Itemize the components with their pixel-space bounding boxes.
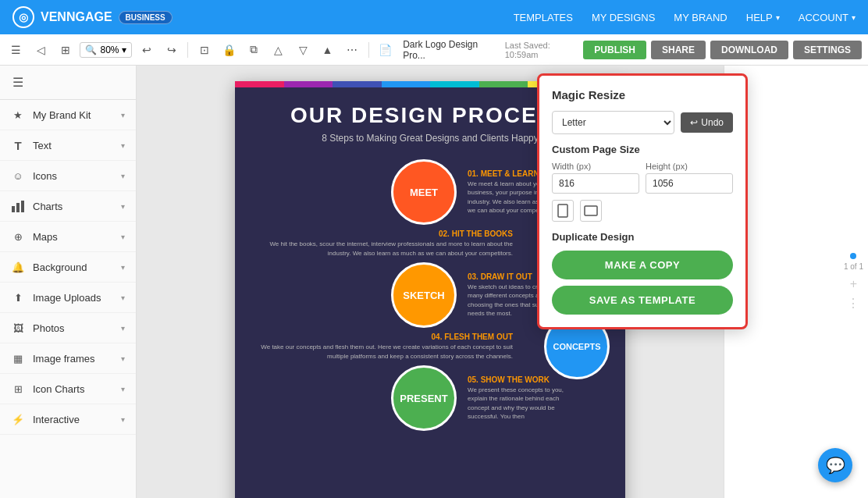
toolbar-actions: PUBLISH SHARE DOWNLOAD SETTINGS xyxy=(583,41,862,59)
sidebar-item-charts[interactable]: Charts ▾ xyxy=(0,191,136,222)
sidebar-item-image-uploads[interactable]: ⬆ Image Uploads ▾ xyxy=(0,283,136,313)
sidebar-item-icons[interactable]: ☺ Icons ▾ xyxy=(0,161,136,191)
chevron-down-icon: ▾ xyxy=(121,172,125,180)
svg-rect-3 xyxy=(558,205,567,217)
height-input[interactable] xyxy=(646,173,733,194)
charts-icon xyxy=(11,199,25,213)
top-navigation: ◎ VENNGAGE BUSINESS TEMPLATES MY DESIGNS… xyxy=(0,0,868,34)
nav-templates[interactable]: TEMPLATES xyxy=(514,12,573,23)
duplicate-title: Duplicate Design xyxy=(552,231,733,243)
svg-rect-4 xyxy=(585,206,597,215)
height-label: Height (px) xyxy=(646,162,733,171)
divider xyxy=(187,42,188,58)
sidebar-item-label: Photos xyxy=(33,322,113,334)
sidebar-item-maps[interactable]: ⊕ Maps ▾ xyxy=(0,222,136,252)
sidebar-item-label: Image Uploads xyxy=(33,292,113,304)
page-size-select[interactable]: Letter xyxy=(552,111,674,134)
main-layout: ☰ ★ My Brand Kit ▾ T Text ▾ ☺ Icons ▾ Ch… xyxy=(0,66,868,498)
step-meet-circle: MEET xyxy=(391,159,457,225)
sidebar-item-photos[interactable]: 🖼 Photos ▾ xyxy=(0,313,136,343)
hamburger-icon: ☰ xyxy=(12,75,23,90)
magic-resize-title: Magic Resize xyxy=(552,88,733,101)
sidebar: ☰ ★ My Brand Kit ▾ T Text ▾ ☺ Icons ▾ Ch… xyxy=(0,66,137,498)
nav-my-designs[interactable]: MY DESIGNS xyxy=(592,12,655,23)
back-icon[interactable]: ◁ xyxy=(30,39,50,61)
custom-size-title: Custom Page Size xyxy=(552,144,733,155)
settings-button[interactable]: SETTINGS xyxy=(793,41,862,59)
save-template-button[interactable]: SAVE AS TEMPLATE xyxy=(552,286,733,315)
chevron-down-icon: ▾ xyxy=(121,324,125,333)
step-present-text: 05. SHOW THE WORK We present these conce… xyxy=(468,375,569,421)
lock-icon[interactable]: 🔒 xyxy=(219,39,239,61)
sidebar-item-brand-kit[interactable]: ★ My Brand Kit ▾ xyxy=(0,100,136,130)
filename: Dark Logo Design Pro... xyxy=(403,39,494,61)
icon-charts-icon: ⊞ xyxy=(11,382,25,396)
sidebar-item-label: Icon Charts xyxy=(33,383,113,395)
svg-rect-1 xyxy=(16,203,20,212)
add-page-icon[interactable]: + xyxy=(850,277,857,291)
step-present: PRESENT 05. SHOW THE WORK We present the… xyxy=(251,365,610,431)
page-dot-1[interactable] xyxy=(850,253,856,259)
sidebar-item-text[interactable]: T Text ▾ xyxy=(0,130,136,161)
make-copy-button[interactable]: MAKE A COPY xyxy=(552,251,733,279)
account-chevron-icon: ▾ xyxy=(852,13,856,22)
publish-button[interactable]: PUBLISH xyxy=(583,41,646,59)
chevron-down-icon: ▾ xyxy=(121,293,125,302)
more-icon[interactable]: ⋯ xyxy=(342,39,361,61)
width-input[interactable] xyxy=(552,173,639,194)
duplicate-section: Duplicate Design MAKE A COPY SAVE AS TEM… xyxy=(552,231,733,315)
height-group: Height (px) xyxy=(646,162,733,194)
icons-icon: ☺ xyxy=(11,169,25,183)
menu-icon[interactable]: ☰ xyxy=(6,39,26,61)
zoom-select[interactable]: 🔍 80% ▾ xyxy=(80,42,132,58)
sidebar-item-interactive[interactable]: ⚡ Interactive ▾ xyxy=(0,404,136,435)
file-icon[interactable]: 📄 xyxy=(375,39,395,61)
landscape-icon[interactable] xyxy=(580,200,602,222)
step-research-desc: We hit the books, scour the internet, in… xyxy=(251,240,513,257)
grid-icon[interactable]: ⊞ xyxy=(55,39,75,61)
sidebar-item-icon-charts[interactable]: ⊞ Icon Charts ▾ xyxy=(0,374,136,404)
logo-icon: ◎ xyxy=(12,6,34,28)
chevron-down-icon: ▾ xyxy=(121,233,125,241)
download-button[interactable]: DOWNLOAD xyxy=(710,41,788,59)
sidebar-item-label: Interactive xyxy=(33,414,113,425)
logo[interactable]: ◎ VENNGAGE BUSINESS xyxy=(12,6,173,28)
share-button[interactable]: SHARE xyxy=(651,41,706,59)
redo-icon[interactable]: ↪ xyxy=(162,39,181,61)
step-concepts-title: 04. FLESH THEM OUT xyxy=(251,333,513,341)
zoom-chevron-icon: ▾ xyxy=(122,44,126,55)
zoom-icon: 🔍 xyxy=(85,44,97,55)
chat-button[interactable]: 💬 xyxy=(818,448,852,482)
step-concepts-text: 04. FLESH THEM OUT We take our concepts … xyxy=(251,333,513,360)
step-concepts-desc: We take our concepts and flesh them out.… xyxy=(251,343,513,360)
chevron-down-icon: ▾ xyxy=(121,111,125,119)
more-pages-icon[interactable]: ⋮ xyxy=(847,296,859,311)
interactive-icon: ⚡ xyxy=(11,412,25,426)
sidebar-item-label: Maps xyxy=(33,231,113,243)
nav-account[interactable]: ACCOUNT ▾ xyxy=(799,12,856,23)
chevron-down-icon: ▾ xyxy=(121,415,125,424)
orientation-icons xyxy=(552,200,733,222)
nav-my-brand[interactable]: MY BRAND xyxy=(674,12,727,23)
resize-icon[interactable]: ⊡ xyxy=(194,39,214,61)
page-indicator: 1 of 1 + ⋮ xyxy=(844,253,863,311)
step-present-title: 05. SHOW THE WORK xyxy=(468,375,569,384)
svg-rect-0 xyxy=(12,206,15,212)
step-present-circle: PRESENT xyxy=(391,365,457,431)
undo-button[interactable]: ↩ Undo xyxy=(681,112,733,133)
sidebar-item-background[interactable]: 🔔 Background ▾ xyxy=(0,252,136,283)
portrait-icon[interactable] xyxy=(552,200,574,222)
arrange-up-icon[interactable]: △ xyxy=(269,39,288,61)
sidebar-item-label: Charts xyxy=(33,201,113,212)
arrange-front-icon[interactable]: ▲ xyxy=(318,39,337,61)
undo-icon[interactable]: ↩ xyxy=(137,39,156,61)
width-label: Width (px) xyxy=(552,162,639,171)
brand-kit-icon: ★ xyxy=(11,108,25,122)
sidebar-item-image-frames[interactable]: ▦ Image frames ▾ xyxy=(0,343,136,374)
size-inputs: Width (px) Height (px) xyxy=(552,162,733,194)
upload-icon: ⬆ xyxy=(11,290,25,304)
nav-help[interactable]: HELP ▾ xyxy=(746,12,780,23)
copy-icon[interactable]: ⧉ xyxy=(244,39,263,61)
arrange-down-icon[interactable]: ▽ xyxy=(293,39,312,61)
sidebar-toggle[interactable]: ☰ xyxy=(0,66,136,100)
